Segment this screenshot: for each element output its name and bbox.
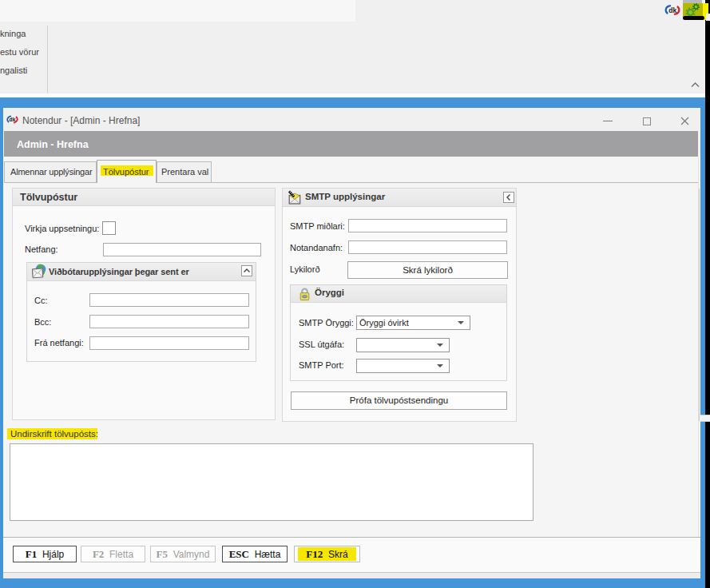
svg-text:dk: dk (668, 6, 676, 14)
svg-text:dk: dk (10, 117, 16, 122)
